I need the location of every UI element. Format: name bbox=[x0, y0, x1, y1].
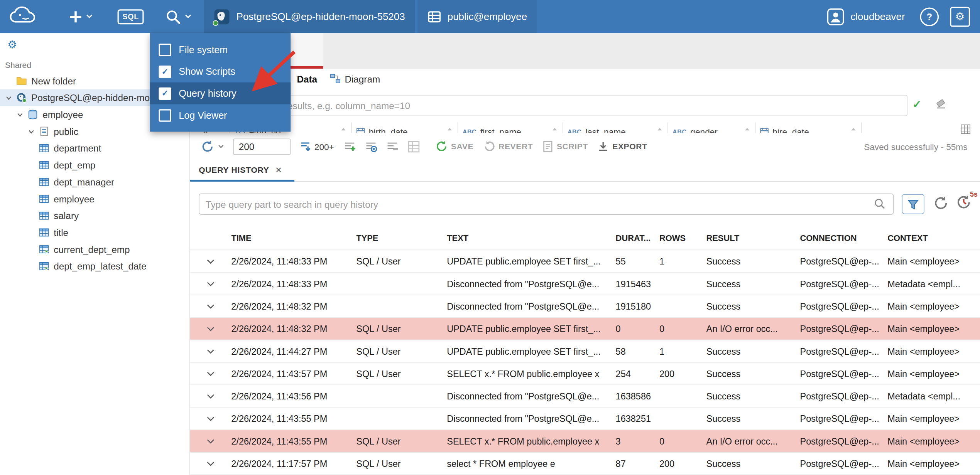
checkbox-show-scripts[interactable]: ✓ bbox=[159, 65, 171, 77]
menu-item-query-history[interactable]: ✓Query history bbox=[150, 83, 291, 104]
expand-row-chevron-icon[interactable] bbox=[189, 279, 231, 289]
tree-item-current-dept-emp[interactable]: current_dept_emp bbox=[0, 241, 189, 258]
connection-selector[interactable]: PostgreSQL@ep-hidden-moon-55203 bbox=[204, 0, 415, 33]
query-history-search-input[interactable] bbox=[199, 194, 894, 215]
tree-item-dept-emp-latest-date[interactable]: dept_emp_latest_date bbox=[0, 258, 189, 275]
script-button[interactable]: SCRIPT bbox=[542, 140, 588, 152]
expand-row-chevron-icon[interactable] bbox=[189, 256, 231, 266]
expand-row-chevron-icon[interactable] bbox=[189, 301, 231, 311]
query-history-row[interactable]: 2/26/2024, 11:48:32 PMSQL / UserUPDATE p… bbox=[189, 318, 980, 340]
revert-button[interactable]: REVERT bbox=[483, 140, 533, 152]
grid-column-first-name[interactable]: ABCfirst_name bbox=[458, 122, 563, 133]
expand-row-chevron-icon[interactable] bbox=[189, 391, 231, 401]
sql-editor-button[interactable]: SQL bbox=[109, 0, 153, 33]
sort-icon[interactable] bbox=[744, 127, 751, 133]
help-button[interactable]: ? bbox=[920, 0, 939, 33]
data-filter-bar: ✓ bbox=[189, 93, 980, 123]
refresh-results-button[interactable] bbox=[201, 140, 224, 153]
expand-row-chevron-icon[interactable] bbox=[189, 458, 231, 468]
query-history-row[interactable]: 2/26/2024, 11:43:56 PMDisconnected from … bbox=[189, 385, 980, 408]
apply-filter-icon[interactable]: ✓ bbox=[912, 98, 921, 111]
query-history-row[interactable]: 2/26/2024, 11:17:57 PMSQL / Userselect *… bbox=[189, 453, 980, 475]
tab-diagram[interactable]: Diagram bbox=[323, 69, 386, 89]
query-history-row[interactable]: 2/26/2024, 11:48:32 PMDisconnected from … bbox=[189, 295, 980, 318]
chevron-down-icon[interactable] bbox=[5, 94, 16, 101]
clear-filter-icon[interactable] bbox=[935, 99, 947, 109]
fetch-more-button[interactable]: 200+ bbox=[300, 141, 334, 152]
checkbox-log-viewer[interactable] bbox=[159, 109, 171, 121]
chevron-down-icon[interactable] bbox=[16, 111, 27, 118]
query-history-row[interactable]: 2/26/2024, 11:44:27 PMSQL / UserUPDATE p… bbox=[189, 340, 980, 362]
new-connection-button[interactable] bbox=[60, 0, 101, 33]
qh-column-rows[interactable]: ROWS bbox=[659, 233, 706, 243]
grid-column-gender[interactable]: ABCgender bbox=[668, 122, 756, 133]
grid-view-button[interactable] bbox=[407, 140, 419, 152]
schema-selector[interactable]: public@employee bbox=[417, 0, 537, 33]
duplicate-row-button[interactable] bbox=[365, 140, 377, 152]
user-label: cloudbeaver bbox=[850, 11, 905, 22]
sort-icon[interactable] bbox=[446, 127, 453, 133]
sort-icon[interactable] bbox=[850, 127, 857, 133]
export-button[interactable]: EXPORT bbox=[597, 140, 647, 152]
expand-row-chevron-icon[interactable] bbox=[189, 369, 231, 379]
sort-icon[interactable] bbox=[340, 127, 347, 133]
expand-row-chevron-icon[interactable] bbox=[189, 436, 231, 446]
chevron-down-icon[interactable] bbox=[27, 128, 39, 135]
checkbox-file-system[interactable] bbox=[159, 44, 171, 56]
close-query-history-button[interactable]: × bbox=[272, 164, 286, 176]
qh-column-context[interactable]: CONTEXT bbox=[887, 233, 980, 243]
tab-query-history[interactable]: QUERY HISTORY × bbox=[189, 159, 294, 181]
settings-button[interactable]: ⚙ bbox=[950, 0, 970, 33]
grid-settings-icon[interactable] bbox=[961, 124, 971, 134]
tree-item-department[interactable]: department bbox=[0, 140, 189, 157]
cloudbeaver-logo[interactable] bbox=[7, 5, 46, 28]
delete-row-button[interactable] bbox=[386, 140, 398, 152]
query-history-filter-button[interactable] bbox=[902, 194, 924, 214]
qh-column-durat[interactable]: DURAT... bbox=[616, 233, 659, 243]
query-history-row[interactable]: 2/26/2024, 11:43:57 PMSQL / UserSELECT x… bbox=[189, 363, 980, 385]
query-history-row[interactable]: 2/26/2024, 11:48:33 PMDisconnected from … bbox=[189, 273, 980, 295]
expand-row-chevron-icon[interactable] bbox=[189, 346, 231, 356]
data-filter-input[interactable] bbox=[199, 95, 907, 116]
tree-item-dept-emp[interactable]: dept_emp bbox=[0, 157, 189, 173]
auto-refresh-timer-button[interactable] bbox=[956, 194, 972, 210]
query-history-refresh-button[interactable] bbox=[933, 195, 949, 211]
cell-result: Success bbox=[706, 391, 800, 401]
menu-item-file-system[interactable]: File system bbox=[150, 39, 291, 61]
qh-column-connection[interactable]: CONNECTION bbox=[800, 233, 887, 243]
sort-icon[interactable] bbox=[551, 127, 558, 133]
grid-column-filler bbox=[862, 122, 955, 133]
grid-column-last-name[interactable]: ABClast_name bbox=[563, 122, 668, 133]
query-history-row[interactable]: 2/26/2024, 11:43:55 PMDisconnected from … bbox=[189, 408, 980, 430]
expand-row-chevron-icon[interactable] bbox=[189, 414, 231, 424]
save-button[interactable]: SAVE bbox=[435, 140, 473, 152]
revert-icon bbox=[483, 140, 495, 152]
tools-menu-button[interactable] bbox=[156, 0, 200, 33]
sort-icon[interactable] bbox=[656, 127, 663, 133]
cell-rows: 200 bbox=[659, 458, 706, 468]
gear-icon: ⚙ bbox=[950, 7, 970, 27]
qh-column-type[interactable]: TYPE bbox=[356, 233, 447, 243]
query-history-row[interactable]: 2/26/2024, 11:43:55 PMSQL / UserSELECT x… bbox=[189, 430, 980, 452]
qh-column-result[interactable]: RESULT bbox=[706, 233, 800, 243]
fetch-size-input[interactable] bbox=[233, 138, 291, 155]
tree-item-title[interactable]: title bbox=[0, 224, 189, 241]
tab-data[interactable]: Data bbox=[291, 69, 323, 89]
menu-item-show-scripts[interactable]: ✓Show Scripts bbox=[150, 61, 291, 83]
qh-column-text[interactable]: TEXT bbox=[447, 233, 615, 243]
add-row-button[interactable] bbox=[343, 140, 355, 152]
cell-connection: PostgreSQL@ep-... bbox=[800, 301, 887, 311]
tree-item-employee[interactable]: employee bbox=[0, 190, 189, 207]
query-history-row[interactable]: 2/26/2024, 11:48:33 PMSQL / UserUPDATE p… bbox=[189, 250, 980, 273]
user-menu[interactable]: cloudbeaver bbox=[823, 7, 909, 26]
checkbox-query-history[interactable]: ✓ bbox=[159, 87, 171, 99]
tree-item-salary[interactable]: salary bbox=[0, 207, 189, 224]
expand-row-chevron-icon[interactable] bbox=[189, 323, 231, 334]
qh-column-time[interactable]: TIME bbox=[231, 233, 356, 243]
navigator-settings-button[interactable]: ⚙ bbox=[6, 37, 18, 52]
grid-column-birth-date[interactable]: birth_date bbox=[352, 122, 458, 133]
menu-item-log-viewer[interactable]: Log Viewer bbox=[150, 104, 291, 126]
tree-item-dept-manager[interactable]: dept_manager bbox=[0, 173, 189, 190]
cell-type: SQL / User bbox=[356, 436, 447, 446]
grid-column-hire-date[interactable]: hire_date bbox=[755, 122, 862, 133]
